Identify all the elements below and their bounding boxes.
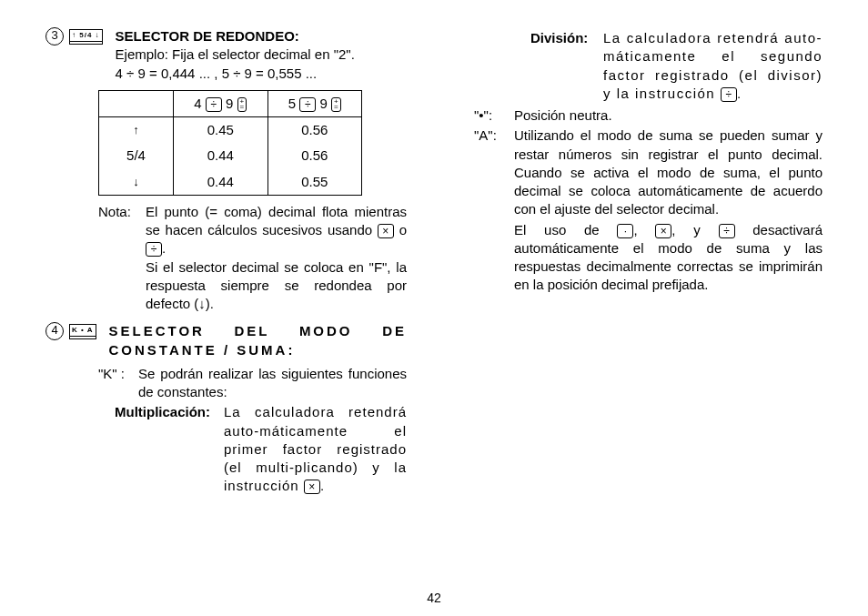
divide-key-icon: ÷ — [299, 97, 316, 112]
section-3-example: Ejemplo: Fija el selector decimal en "2"… — [116, 45, 407, 64]
section-3-header: 3 ↑ 5/4 ↓ SELECTOR DE REDONDEO: Ejemplo:… — [45, 27, 407, 83]
rounding-switch-icon: ↑ 5/4 ↓ — [69, 29, 103, 42]
plus-minus-key-icon: += — [331, 97, 341, 112]
divide-key-icon: ÷ — [206, 97, 222, 112]
divide-key-icon: ÷ — [719, 224, 735, 238]
section-4-body-left: "K" : Se podrán realizar las siguientes … — [98, 365, 407, 496]
divide-key-icon: ÷ — [721, 87, 737, 102]
division-body: La calculadora retendrá auto-máticamente… — [603, 29, 823, 103]
table-row: 5/4 0.44 0.56 — [99, 143, 362, 168]
table-header-1: 4 ÷ 9 += — [174, 90, 268, 116]
a-body-2: El uso de ·, ×, y ÷ desactivará automáti… — [514, 221, 823, 295]
a-definition: "A": Utilizando el modo de suma se puede… — [474, 126, 823, 294]
division-label: División: — [530, 29, 603, 103]
plus-minus-key-icon: += — [237, 97, 247, 112]
left-column: 3 ↑ 5/4 ↓ SELECTOR DE REDONDEO: Ejemplo:… — [45, 27, 407, 590]
dot-key-icon: · — [617, 224, 633, 238]
table-header-row: 4 ÷ 9 += 5 ÷ 9 += — [99, 90, 362, 116]
table-header-2: 5 ÷ 9 += — [267, 90, 362, 116]
a-body: Utilizando el modo de suma se pueden sum… — [514, 126, 823, 294]
a-label: "A": — [474, 126, 514, 294]
section-3-content: SELECTOR DE REDONDEO: Ejemplo: Fija el s… — [116, 27, 407, 83]
section-number-3: 3 — [45, 27, 64, 45]
note-label: Nota: — [98, 203, 146, 314]
dot-definition: "•": Posición neutra. — [474, 106, 823, 125]
two-column-layout: 3 ↑ 5/4 ↓ SELECTOR DE REDONDEO: Ejemplo:… — [45, 27, 823, 590]
divide-key-icon: ÷ — [146, 242, 162, 257]
section-4-title: SELECTOR DEL MODO DE CONSTANTE / SUMA: — [109, 322, 407, 359]
multiplication-body: La calculadora retendrá auto-máticamente… — [224, 403, 407, 495]
table-row: ↑ 0.45 0.56 — [99, 117, 362, 144]
section-3-formula: 4 ÷ 9 = 0,444 ... , 5 ÷ 9 = 0,555 ... — [116, 65, 407, 83]
k-text: Se podrán realizar las siguientes funcio… — [138, 365, 407, 402]
rounding-table: 4 ÷ 9 += 5 ÷ 9 += ↑ — [98, 90, 362, 196]
dot-label: "•": — [474, 106, 514, 125]
mode-switch-icon: K • A — [69, 324, 96, 337]
section-4-content: SELECTOR DEL MODO DE CONSTANTE / SUMA: — [109, 322, 407, 359]
table-row: ↓ 0.44 0.55 — [99, 169, 362, 196]
section-number-4: 4 — [45, 322, 64, 340]
multiply-key-icon: × — [304, 480, 320, 494]
dot-text: Posición neutra. — [514, 106, 823, 125]
multiply-key-icon: × — [655, 224, 671, 238]
page: 3 ↑ 5/4 ↓ SELECTOR DE REDONDEO: Ejemplo:… — [0, 0, 868, 616]
k-label: "K" : — [98, 365, 138, 402]
k-definition: "K" : Se podrán realizar las siguientes … — [98, 365, 407, 402]
section-3-title: SELECTOR DE REDONDEO: — [116, 27, 407, 45]
multiplication-row: Multiplicación: La calculadora retendrá … — [115, 403, 407, 495]
section-4-header: 4 K • A SELECTOR DEL MODO DE CONSTANTE /… — [45, 322, 407, 359]
note-body: El punto (= coma) decimal flota mientras… — [146, 203, 407, 314]
section-3-body: 4 ÷ 9 += 5 ÷ 9 += ↑ — [98, 90, 407, 314]
multiply-key-icon: × — [378, 224, 394, 238]
right-column: División: La calculadora retendrá auto-m… — [461, 27, 823, 590]
division-row: División: La calculadora retendrá auto-m… — [530, 29, 823, 103]
multiplication-label: Multiplicación: — [115, 403, 224, 495]
page-number: 42 — [45, 590, 823, 607]
section-3-note: Nota: El punto (= coma) decimal flota mi… — [98, 203, 407, 314]
